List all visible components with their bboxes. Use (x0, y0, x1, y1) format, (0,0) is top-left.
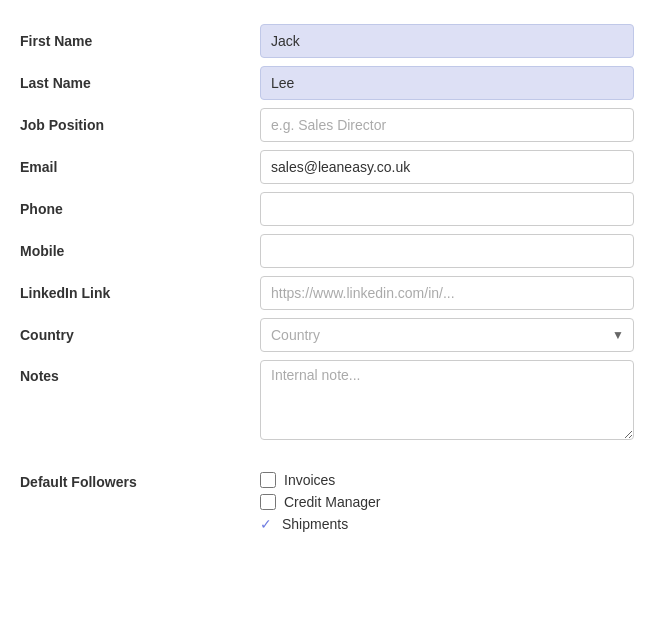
phone-input[interactable] (260, 192, 634, 226)
linkedin-field (260, 272, 634, 314)
email-label: Email (20, 146, 260, 188)
linkedin-input[interactable] (260, 276, 634, 310)
notes-field (260, 356, 634, 444)
mobile-field (260, 230, 634, 272)
section-divider (20, 444, 634, 464)
country-select-wrapper: Country United States United Kingdom Can… (260, 318, 634, 352)
invoices-checkbox-row: Invoices (260, 472, 634, 488)
credit-manager-checkbox[interactable] (260, 494, 276, 510)
notes-input[interactable] (260, 360, 634, 440)
last-name-field (260, 62, 634, 104)
shipments-label[interactable]: Shipments (282, 516, 348, 532)
mobile-label: Mobile (20, 230, 260, 272)
checkmark-icon: ✓ (260, 516, 272, 532)
invoices-label[interactable]: Invoices (284, 472, 335, 488)
job-position-field (260, 104, 634, 146)
mobile-input[interactable] (260, 234, 634, 268)
last-name-label: Last Name (20, 62, 260, 104)
email-field (260, 146, 634, 188)
email-input[interactable] (260, 150, 634, 184)
phone-field (260, 188, 634, 230)
country-field: Country United States United Kingdom Can… (260, 314, 634, 356)
country-select[interactable]: Country United States United Kingdom Can… (260, 318, 634, 352)
job-position-label: Job Position (20, 104, 260, 146)
followers-field: Invoices Credit Manager ✓ Shipments (260, 464, 634, 540)
credit-manager-label[interactable]: Credit Manager (284, 494, 381, 510)
first-name-input[interactable] (260, 24, 634, 58)
first-name-field (260, 20, 634, 62)
first-name-label: First Name (20, 20, 260, 62)
contact-form: First Name Last Name Job Position Email … (20, 20, 634, 540)
country-label: Country (20, 314, 260, 356)
phone-label: Phone (20, 188, 260, 230)
job-position-input[interactable] (260, 108, 634, 142)
linkedin-label: LinkedIn Link (20, 272, 260, 314)
followers-label: Default Followers (20, 464, 260, 540)
last-name-input[interactable] (260, 66, 634, 100)
invoices-checkbox[interactable] (260, 472, 276, 488)
notes-label: Notes (20, 356, 260, 444)
shipments-checkbox-row: ✓ Shipments (260, 516, 634, 532)
credit-manager-checkbox-row: Credit Manager (260, 494, 634, 510)
